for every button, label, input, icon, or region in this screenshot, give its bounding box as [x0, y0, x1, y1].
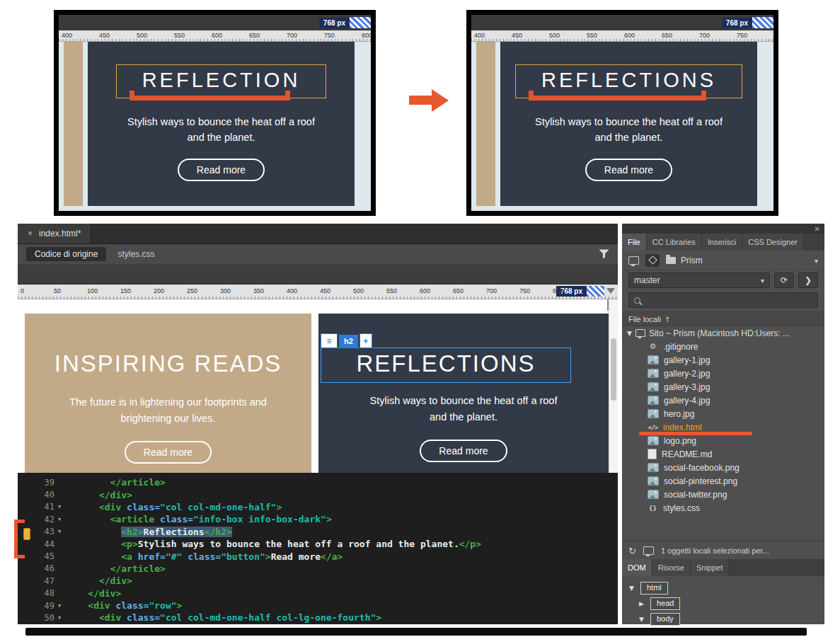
dom-tab-risorse[interactable]: Risorse — [652, 559, 691, 576]
element-menu-icon[interactable]: ≡ — [321, 333, 338, 348]
selected-h2-outline[interactable]: ≡ h2 + REFLECTIONS — [321, 348, 571, 383]
source-code-button[interactable]: Codice di origine — [26, 247, 106, 261]
element-tag-badge[interactable]: h2 — [339, 335, 358, 348]
code-token — [121, 612, 127, 623]
disclosure-down-icon[interactable]: ▼ — [627, 330, 632, 337]
file-row-gallery-4.jpg[interactable]: gallery-4.jpg — [622, 394, 824, 407]
live-view[interactable]: INSPIRING READS The future is in lighten… — [18, 299, 618, 475]
dom-tag-box[interactable]: body — [650, 613, 680, 626]
local-files-header[interactable]: File locali — [622, 311, 824, 326]
reflections-card[interactable]: ≡ h2 + REFLECTIONS Stylish ways to bounc… — [318, 314, 609, 475]
code-text[interactable]: <article class="info-box info-box-dark"> — [66, 514, 332, 524]
inspiring-reads-card[interactable]: INSPIRING READS The future is in lighten… — [25, 314, 311, 475]
file-search-input[interactable] — [628, 292, 818, 308]
disclosure-right-icon[interactable]: ▶ — [639, 600, 646, 607]
card-title[interactable]: INSPIRING READS — [54, 350, 282, 377]
screenshot-stage: 768 px 400450500550600650700750800 REFLE… — [0, 0, 840, 637]
git-terminal-icon[interactable]: ❯ — [798, 272, 818, 288]
ruler-tick: 450 — [512, 32, 522, 39]
close-icon[interactable]: × — [28, 229, 33, 239]
ruler-tick: 550 — [587, 32, 597, 39]
code-text[interactable]: </article> — [66, 563, 166, 574]
site-select[interactable]: Prism — [666, 256, 818, 265]
code-text[interactable]: <a href="#" class="button">Read more</a> — [66, 551, 343, 562]
element-display-badges: ≡ h2 + — [321, 333, 372, 348]
file-row-README.md[interactable]: README.md — [622, 447, 824, 461]
file-row-index.html[interactable]: </>index.html — [622, 420, 824, 434]
fold-arrow-icon[interactable]: ▼ — [56, 504, 63, 510]
scrubber-stripes-icon[interactable] — [350, 17, 371, 28]
refresh-icon[interactable] — [628, 546, 636, 556]
dom-tag-box[interactable]: head — [650, 597, 680, 610]
read-more-button[interactable]: Read more — [420, 440, 507, 462]
file-row-social-pinterest.png[interactable]: social-pinterest.png — [622, 474, 824, 488]
line-number: 50 — [45, 613, 54, 623]
code-text[interactable]: </div> — [66, 588, 121, 599]
code-editor[interactable]: 39 </article>40 </div>41▼ <div class="co… — [18, 473, 618, 624]
viewport-topbar: 768 px — [59, 15, 371, 30]
fold-arrow-icon[interactable]: ▼ — [56, 615, 63, 621]
site-root-row[interactable]: ▼ Sito ~ Prism (Macintosh HD:Users: ... — [622, 326, 824, 340]
code-token: Read more — [271, 551, 321, 562]
card-body[interactable]: The future is in lightening our footprin… — [69, 394, 267, 427]
file-row-social-twitter.png[interactable]: social-twitter.png — [622, 488, 824, 501]
card-body-line1: The future is in lightening our footprin… — [69, 394, 267, 411]
fold-arrow-icon[interactable]: ▼ — [56, 517, 63, 522]
code-text[interactable]: </article> — [66, 477, 166, 488]
panel-overflow-icon[interactable]: » — [815, 224, 819, 234]
git-sync-icon[interactable]: ⟳ — [774, 272, 794, 288]
code-text[interactable]: </div> — [66, 575, 132, 586]
panel-tab-file[interactable]: File — [622, 234, 647, 251]
file-row-gallery-3.jpg[interactable]: gallery-3.jpg — [622, 380, 824, 394]
related-file-styles-css[interactable]: styles.css — [117, 249, 154, 259]
site-view-icon[interactable] — [628, 256, 639, 265]
add-element-icon[interactable]: + — [359, 333, 372, 348]
file-row-hero.jpg[interactable]: hero.jpg — [622, 407, 824, 420]
document-tab-index-html[interactable]: × index.html* — [18, 224, 91, 243]
scrubber-stripes-icon[interactable] — [752, 17, 773, 28]
code-text[interactable]: <h2>Reflections</h2> — [66, 527, 232, 537]
disclosure-down-icon[interactable]: ▼ — [629, 585, 636, 592]
code-text[interactable]: </div> — [66, 490, 132, 500]
file-row-gallery-1.jpg[interactable]: gallery-1.jpg — [622, 353, 824, 367]
panel-tab-inserisci[interactable]: Inserisci — [702, 234, 742, 251]
fold-arrow-icon[interactable]: ▼ — [56, 603, 63, 609]
filter-icon[interactable] — [599, 249, 609, 259]
code-text[interactable]: <div class="row"> — [66, 600, 182, 611]
sort-ascending-icon — [664, 315, 670, 323]
dom-node-body[interactable]: ▼body — [639, 612, 824, 627]
get-put-icon[interactable] — [643, 546, 654, 555]
branch-select[interactable]: master — [628, 272, 770, 288]
file-row-social-facebook.png[interactable]: social-facebook.png — [622, 461, 824, 474]
panel-tab-css-designer[interactable]: CSS Designer — [742, 234, 804, 251]
code-token: <p> — [121, 539, 137, 549]
scrubber-stripes-icon[interactable] — [587, 286, 604, 297]
dom-tab-dom[interactable]: DOM — [622, 559, 652, 576]
card-title: REFLECTION — [142, 69, 301, 92]
line-number: 45 — [45, 551, 54, 561]
dom-tag-box[interactable]: html — [640, 582, 668, 595]
code-token: </article> — [110, 563, 166, 574]
code-text[interactable]: <div class="col col-md-one-half col-lg-o… — [66, 612, 381, 623]
file-row-gallery-2.jpg[interactable]: gallery-2.jpg — [622, 367, 824, 380]
read-more-button[interactable]: Read more — [125, 441, 212, 464]
code-text[interactable]: <p>Stylish ways to bounce the heat off a… — [66, 539, 481, 549]
live-view-scrollbar[interactable] — [609, 299, 618, 475]
extract-button[interactable] — [645, 254, 660, 267]
scrubber-handle-icon[interactable] — [606, 288, 615, 294]
code-line: 41▼ <div class="col col-md-one-half"> — [18, 501, 618, 513]
dom-tab-snippet[interactable]: Snippet — [691, 559, 729, 576]
scrollbar-thumb[interactable] — [611, 338, 616, 401]
file-row-.gitignore[interactable]: ⚙.gitignore — [622, 340, 824, 353]
file-row-styles.css[interactable]: {}styles.css — [622, 501, 824, 515]
code-gutter: 41▼ — [18, 502, 66, 512]
card-body[interactable]: Stylish ways to bounce the heat off a ro… — [370, 393, 558, 425]
file-row-logo.png[interactable]: logo.png — [622, 434, 824, 447]
disclosure-down-icon[interactable]: ▼ — [639, 616, 646, 623]
dom-node-head[interactable]: ▶head — [639, 596, 824, 612]
panel-tab-cc-libraries[interactable]: CC Libraries — [647, 234, 702, 251]
code-text[interactable]: <div class="col col-md-one-half"> — [66, 502, 282, 512]
dom-node-html[interactable]: ▼html — [629, 580, 824, 596]
fold-arrow-icon[interactable]: ▼ — [56, 529, 63, 534]
card-title[interactable]: REFLECTIONS — [321, 350, 570, 377]
